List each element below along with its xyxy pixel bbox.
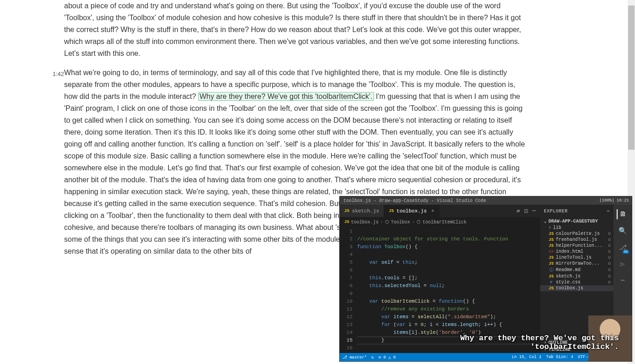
file-item[interactable]: <>index.htmlU bbox=[540, 249, 613, 255]
scrollbar-thumb[interactable] bbox=[628, 5, 635, 150]
explorer-icon[interactable]: 🗎 bbox=[617, 209, 627, 219]
html-icon: <> bbox=[548, 250, 554, 254]
system-tray: (100%) 16:21 bbox=[599, 198, 632, 203]
file-item[interactable]: JSlineToTool.jsU bbox=[540, 255, 613, 261]
extensions-icon[interactable]: ⋯ bbox=[618, 275, 628, 285]
js-icon: JS bbox=[548, 238, 554, 242]
chevron-right-icon: › bbox=[548, 225, 551, 230]
run-icon[interactable]: ▷ bbox=[618, 259, 628, 269]
js-icon: JS bbox=[548, 286, 554, 291]
more-icon[interactable]: ⋯ bbox=[607, 208, 610, 214]
transcript-paragraph: about a piece of code and try and unders… bbox=[64, 0, 525, 60]
problems-indicator[interactable]: ⊘ 0 △ 0 bbox=[379, 355, 396, 360]
timestamp[interactable]: 1:42 bbox=[41, 67, 64, 257]
vscode-window: toolbox.js - draw-app-CaseStudy - Visual… bbox=[339, 196, 632, 362]
project-header[interactable]: ⌄ DRAW-APP-CASESTUDY bbox=[540, 217, 613, 225]
file-item[interactable]: JSfreehandTool.jsU bbox=[540, 237, 613, 243]
branch-indicator[interactable]: ⎇ master* bbox=[342, 355, 367, 360]
method-icon: ⬡ bbox=[417, 219, 421, 225]
js-icon: JS bbox=[548, 261, 554, 266]
line-gutter: 12345678910111213141516 bbox=[340, 227, 357, 353]
highlighted-phrase: Why are they there? We've got this 'tool… bbox=[198, 92, 374, 101]
video-caption: Why are they there? We've got this 'tool… bbox=[454, 334, 619, 351]
js-icon: JS bbox=[548, 232, 554, 236]
tab-toolbox[interactable]: JS toolbox.js × bbox=[384, 205, 439, 217]
file-item[interactable]: #style.cssU bbox=[540, 279, 613, 285]
source-control-icon[interactable]: ⎇44 bbox=[618, 242, 628, 252]
css-icon: # bbox=[548, 280, 554, 285]
file-item[interactable]: JScolourPalette.jsU bbox=[540, 231, 613, 237]
explorer-title: EXPLORER bbox=[544, 209, 568, 214]
more-icon[interactable]: ⋯ bbox=[532, 207, 536, 214]
tab-size[interactable]: Tab Size: 4 bbox=[546, 355, 573, 359]
split-icon[interactable]: ◫ bbox=[525, 207, 528, 214]
cube-icon: ⬡ bbox=[385, 219, 389, 225]
js-icon: JS bbox=[548, 244, 554, 248]
compare-icon[interactable]: ⇄ bbox=[516, 207, 520, 214]
tab-sketch[interactable]: JS sketch.js bbox=[340, 205, 384, 217]
file-item[interactable]: JSsketch.jsU bbox=[540, 273, 613, 279]
file-item[interactable]: JSmirrorDrawToo...U bbox=[540, 261, 613, 266]
js-icon: JS bbox=[344, 220, 349, 224]
file-item[interactable]: JShelperFunction...U bbox=[540, 243, 613, 249]
file-item[interactable]: ⓘReadme.mdU bbox=[540, 266, 613, 273]
cursor-position[interactable]: Ln 15, Col 1 bbox=[512, 355, 542, 359]
js-icon: JS bbox=[548, 255, 554, 260]
file-item[interactable]: JStoolbox.js bbox=[540, 285, 613, 291]
folder-lib[interactable]: ›lib bbox=[540, 225, 613, 231]
search-icon[interactable]: 🔍 bbox=[618, 226, 628, 236]
close-icon[interactable]: × bbox=[431, 208, 434, 214]
js-icon: JS bbox=[389, 209, 394, 213]
info-icon: ⓘ bbox=[548, 267, 554, 273]
js-icon: JS bbox=[344, 209, 349, 213]
breadcrumb[interactable]: JS toolbox.js › ⬡ Toolbox › ⬡ toolbarIte… bbox=[340, 217, 540, 227]
editor-tabs: JS sketch.js JS toolbox.js × ⇄ ◫ ⋯ bbox=[340, 205, 540, 217]
chevron-down-icon: ⌄ bbox=[544, 218, 547, 224]
sync-icon[interactable]: ↻ bbox=[371, 355, 374, 360]
js-icon: JS bbox=[548, 274, 554, 279]
vscode-titlebar: toolbox.js - draw-app-CaseStudy - Visual… bbox=[340, 196, 632, 205]
